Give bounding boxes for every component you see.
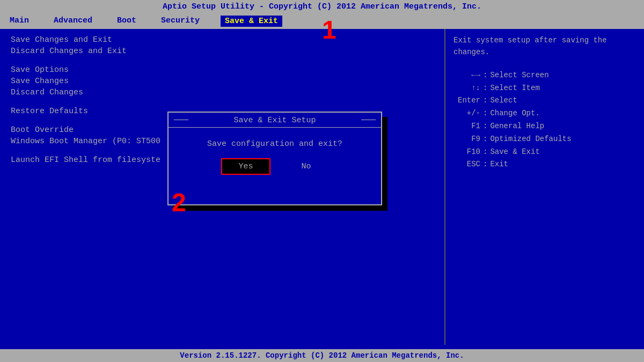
key-hint-f9: F9 : Optimized Defaults [453, 133, 636, 146]
dialog-message: Save configuration and exit? [196, 128, 353, 154]
menu-item-save-exit[interactable]: Save & Exit [220, 15, 283, 27]
option-save-changes-exit[interactable]: Save Changes and Exit [11, 34, 434, 46]
key-hint-select-item: ↑↓ : Select Item [453, 82, 636, 95]
key-hint-f1: F1 : General Help [453, 120, 636, 133]
bottom-bar: Version 2.15.1227. Copyright (C) 2012 Am… [0, 349, 644, 362]
help-text: Exit system setup after saving the chang… [453, 34, 636, 58]
key-hints: ←→ : Select Screen ↑↓ : Select Item Ente… [453, 69, 636, 171]
option-save-changes[interactable]: Save Changes [11, 76, 434, 87]
dialog-yes-button[interactable]: Yes [222, 159, 269, 174]
dialog-box: Save & Exit Setup Save configuration and… [167, 112, 382, 205]
menu-item-main[interactable]: Main [5, 15, 33, 27]
key-select-screen: ←→ [453, 69, 480, 82]
menu-item-advanced[interactable]: Advanced [49, 15, 97, 27]
title-text: Aptio Setup Utility - Copyright (C) 2012… [163, 2, 481, 11]
menu-item-boot[interactable]: Boot [113, 15, 141, 27]
title-bar: Aptio Setup Utility - Copyright (C) 2012… [0, 0, 644, 13]
option-discard-changes-exit[interactable]: Discard Changes and Exit [11, 46, 434, 57]
right-panel: Exit system setup after saving the chang… [445, 29, 644, 345]
key-hint-f10: F10 : Save & Exit [453, 146, 636, 159]
menu-item-security[interactable]: Security [157, 15, 204, 27]
option-discard-changes[interactable]: Discard Changes [11, 87, 434, 98]
key-hint-esc: ESC : Exit [453, 158, 636, 171]
key-hint-select: Enter : Select [453, 94, 636, 107]
option-save-options-header: Save Options [11, 64, 434, 76]
menu-bar: Main Advanced Boot Security Save & Exit [0, 13, 644, 29]
key-hint-select-screen: ←→ : Select Screen [453, 69, 636, 82]
dialog-buttons: Yes No [222, 159, 327, 174]
dialog-title: Save & Exit Setup [169, 113, 381, 128]
dialog-no-button[interactable]: No [286, 159, 327, 174]
bottom-text: Version 2.15.1227. Copyright (C) 2012 Am… [180, 351, 464, 360]
key-hint-change-opt: +/- : Change Opt. [453, 107, 636, 120]
